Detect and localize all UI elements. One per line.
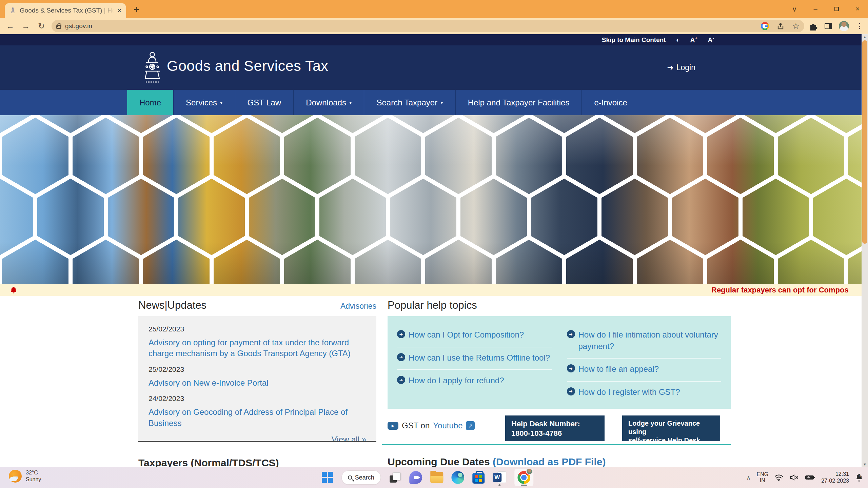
site-masthead: Goods and Services Tax ➜ Login: [0, 45, 862, 90]
window-minimize-button[interactable]: –: [805, 5, 826, 13]
page-viewport: Skip to Main Content ◐ A+ A- Goods and S…: [0, 34, 862, 488]
ssl-lock-icon[interactable]: [56, 25, 61, 29]
taskbar-search[interactable]: Search: [341, 470, 381, 485]
tab-title: Goods & Services Tax (GST) | Hon: [20, 7, 114, 14]
arrow-circle-icon: ➜: [397, 330, 405, 338]
help-topic[interactable]: ➜ How do I register with GST?: [567, 382, 722, 404]
news-list: 25/02/2023 Advisory on opting for paymen…: [138, 316, 376, 442]
advisories-link[interactable]: Advisories: [340, 302, 376, 311]
nav-item-help-facilities[interactable]: Help and Taxpayer Facilities: [455, 90, 582, 115]
video-camera-icon: [414, 476, 418, 479]
tab-search-icon[interactable]: ∨: [784, 5, 805, 13]
news-item-link[interactable]: Advisory on opting for payment of tax un…: [149, 337, 366, 359]
news-item-link[interactable]: Advisory on New e-Invoice Portal: [149, 378, 366, 388]
external-link-icon[interactable]: ↗: [466, 421, 475, 430]
forward-button[interactable]: →: [20, 21, 31, 31]
active-window-indicator: [521, 485, 527, 486]
arrow-circle-icon: ➜: [567, 330, 575, 338]
teams-chat-button[interactable]: [409, 471, 422, 484]
font-increase-button[interactable]: A+: [690, 36, 697, 44]
weather-widget[interactable]: 32°C Sunny: [9, 469, 41, 483]
contrast-toggle-icon[interactable]: ◐: [676, 36, 680, 44]
weather-temp: 32°C: [26, 469, 41, 476]
news-item-date: 25/02/2023: [149, 365, 366, 373]
nav-item-gst-law[interactable]: GST Law: [235, 90, 294, 115]
youtube-row: ▶ GST on Youtube ↗: [388, 421, 475, 430]
view-all-link[interactable]: View all »: [149, 435, 366, 442]
arrow-circle-icon: ➜: [397, 376, 405, 384]
browser-tab[interactable]: Goods & Services Tax (GST) | Hon ×: [5, 3, 126, 18]
grievance-portal-box[interactable]: Lodge your Grievance using self-service …: [622, 415, 720, 441]
chrome-profile-badge: [526, 468, 533, 475]
font-decrease-button[interactable]: A-: [708, 36, 714, 44]
side-panel-icon[interactable]: [825, 23, 832, 29]
chrome-button-active[interactable]: [514, 469, 533, 486]
nav-item-services[interactable]: Services▾: [173, 90, 235, 115]
youtube-link[interactable]: Youtube: [433, 421, 462, 430]
google-logo-icon[interactable]: [761, 22, 769, 30]
due-dates-heading: Upcoming Due Dates (Download as PDF File…: [388, 456, 606, 468]
windows-taskbar: 32°C Sunny Search W ∧ ENGIN: [0, 467, 868, 488]
site-title: Goods and Services Tax: [167, 58, 328, 74]
news-item-date: 25/02/2023: [149, 325, 366, 333]
language-indicator[interactable]: ENGIN: [756, 471, 768, 483]
bookmark-star-icon[interactable]: ☆: [792, 21, 800, 31]
browser-menu-icon[interactable]: ⋮: [856, 22, 863, 30]
window-close-button[interactable]: ×: [847, 5, 868, 13]
news-heading: News|Updates: [138, 299, 206, 311]
scrollbar-thumb[interactable]: [862, 40, 867, 244]
start-button[interactable]: [322, 472, 333, 483]
reload-button[interactable]: ↻: [36, 21, 47, 31]
word-button[interactable]: W: [493, 471, 506, 484]
youtube-prefix: GST on: [402, 421, 430, 430]
task-view-button[interactable]: [389, 471, 401, 484]
back-button[interactable]: ←: [5, 21, 16, 31]
search-icon: [348, 475, 352, 480]
nav-item-home[interactable]: Home: [127, 90, 173, 115]
download-pdf-link[interactable]: (Download as PDF File): [493, 456, 606, 467]
browser-tab-bar: Goods & Services Tax (GST) | Hon × + ∨ –…: [0, 0, 868, 18]
help-topic[interactable]: ➜ How do I file intimation about volunta…: [567, 324, 722, 359]
help-topic[interactable]: ➜ How can I use the Returns Offline tool…: [397, 347, 552, 370]
news-ticker: Regular taxpayers can opt for Compos: [0, 284, 862, 296]
news-item-link[interactable]: Advisory on Geocoding of Address of Prin…: [149, 407, 366, 429]
news-item-date: 24/02/2023: [149, 394, 366, 403]
share-icon[interactable]: [776, 22, 785, 30]
page-scrollbar[interactable]: ▲ ▼: [862, 34, 868, 467]
url-text[interactable]: gst.gov.in: [65, 22, 757, 30]
volume-muted-icon[interactable]: [789, 474, 799, 481]
running-indicator: [498, 484, 500, 486]
edge-browser-button[interactable]: [451, 471, 464, 484]
tab-close-icon[interactable]: ×: [117, 7, 121, 15]
extensions-puzzle-icon[interactable]: [809, 22, 818, 30]
national-emblem-icon: [142, 50, 163, 85]
help-topic[interactable]: ➜ How can I Opt for Composition?: [397, 324, 552, 347]
address-bar[interactable]: gst.gov.in ☆: [52, 20, 804, 32]
tray-expand-icon[interactable]: ∧: [747, 474, 751, 481]
time: 12:31: [821, 471, 849, 477]
battery-charging-icon[interactable]: [805, 474, 815, 481]
main-content: News|Updates Advisories 25/02/2023 Advis…: [0, 296, 862, 488]
help-topic[interactable]: ➜ How to file an appeal?: [567, 359, 722, 382]
file-explorer-button[interactable]: [430, 472, 443, 483]
caret-down-icon: ▾: [440, 100, 443, 106]
profile-avatar[interactable]: [839, 21, 849, 31]
help-topic[interactable]: ➜ How do I apply for refund?: [397, 370, 552, 392]
nav-item-search-taxpayer[interactable]: Search Taxpayer▾: [364, 90, 455, 115]
login-link[interactable]: ➜ Login: [667, 63, 695, 72]
window-maximize-button[interactable]: [826, 5, 847, 13]
scroll-down-arrow[interactable]: ▼: [862, 462, 868, 466]
wifi-icon[interactable]: [774, 474, 783, 481]
new-tab-button[interactable]: +: [134, 4, 140, 15]
help-topics-heading: Popular help topics: [388, 299, 477, 311]
nav-item-downloads[interactable]: Downloads▾: [293, 90, 364, 115]
arrow-circle-icon: ➜: [567, 387, 575, 395]
microsoft-store-button[interactable]: [472, 473, 485, 484]
notification-bell-icon[interactable]: z: [855, 473, 863, 482]
svg-text:z: z: [860, 474, 861, 478]
scroll-up-arrow[interactable]: ▲: [862, 35, 868, 39]
clock[interactable]: 12:31 27-02-2023: [821, 471, 849, 484]
nav-item-e-invoice[interactable]: e-Invoice: [581, 90, 639, 115]
skip-to-content-link[interactable]: Skip to Main Content: [602, 36, 666, 44]
caret-down-icon: ▾: [220, 100, 223, 106]
